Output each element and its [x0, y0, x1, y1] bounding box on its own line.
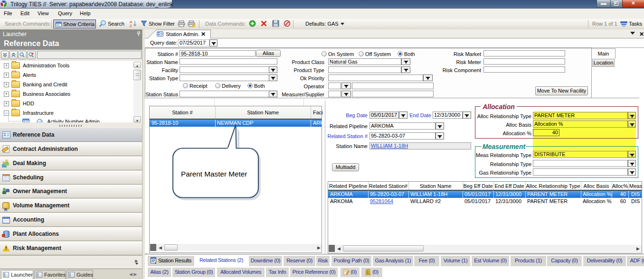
- svg-text:Parent Master Meter: Parent Master Meter: [181, 170, 247, 178]
- svg-text:Z: Z: [130, 24, 132, 28]
